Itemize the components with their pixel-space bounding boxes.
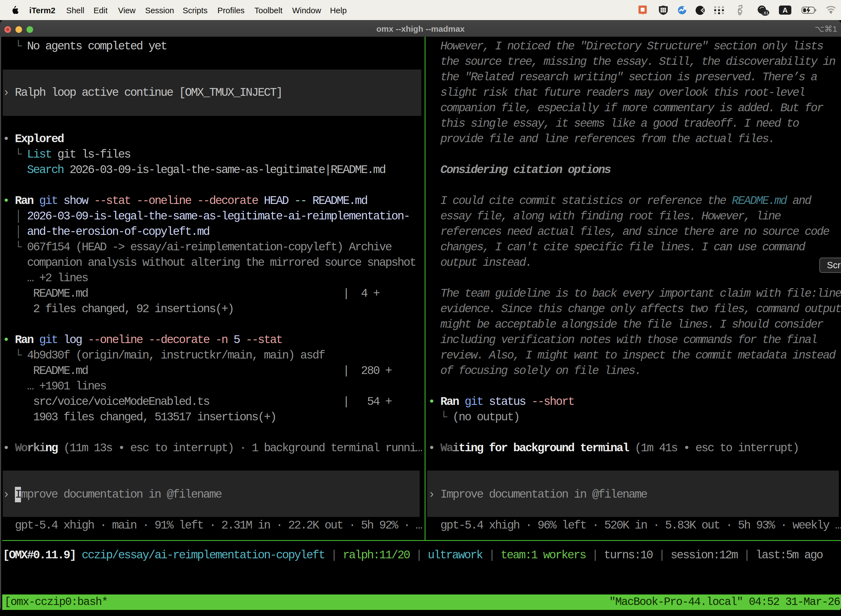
- svg-text:..61: ..61: [762, 10, 768, 15]
- svg-text:A: A: [782, 6, 788, 14]
